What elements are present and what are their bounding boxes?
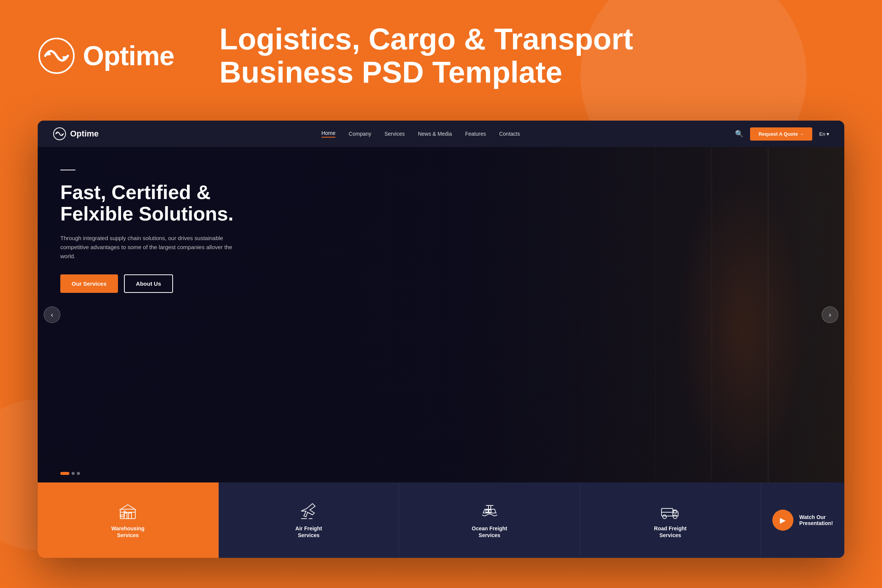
svg-point-18 <box>673 515 677 519</box>
navbar: Optime Home Company Services News & Medi… <box>38 121 844 147</box>
nav-link-services[interactable]: Services <box>384 131 405 137</box>
nav-logo-text: Optime <box>70 129 99 139</box>
svg-rect-2 <box>120 509 135 519</box>
dot-1[interactable] <box>60 472 69 475</box>
plane-icon <box>299 502 318 521</box>
hero-section: ‹ › Fast, Certified & Felxible Solutions… <box>38 147 844 482</box>
hero-content: Fast, Certified & Felxible Solutions. Th… <box>38 147 302 308</box>
nav-link-news[interactable]: News & Media <box>418 131 452 137</box>
nav-links: Home Company Services News & Media Featu… <box>118 130 724 138</box>
truck-icon <box>661 502 680 521</box>
svg-rect-11 <box>488 505 491 509</box>
our-services-button[interactable]: Our Services <box>60 274 118 293</box>
service-card-air-freight[interactable]: Air FreightServices <box>219 482 400 558</box>
service-label-air-freight: Air FreightServices <box>296 525 322 539</box>
nav-logo-icon <box>53 127 66 141</box>
dot-3[interactable] <box>77 472 80 475</box>
service-label-road-freight: Road FreightServices <box>654 525 686 539</box>
svg-rect-14 <box>489 510 491 512</box>
hero-description: Through integrated supply chain solution… <box>60 234 234 261</box>
dot-2[interactable] <box>72 472 75 475</box>
browser-mockup: Optime Home Company Services News & Medi… <box>38 121 844 558</box>
video-play-button[interactable]: ▶ <box>772 510 793 531</box>
about-us-button[interactable]: About Us <box>124 274 173 293</box>
hero-title: Fast, Certified & Felxible Solutions. <box>60 182 279 225</box>
nav-logo: Optime <box>53 127 99 141</box>
hero-divider <box>60 170 75 170</box>
service-card-road-freight[interactable]: Road FreightServices <box>580 482 761 558</box>
video-section: ▶ Watch Our Presentation! <box>761 482 844 558</box>
search-icon[interactable]: 🔍 <box>735 130 743 138</box>
service-card-ocean-freight[interactable]: Ocean FreightServices <box>399 482 580 558</box>
carousel-next-button[interactable]: › <box>822 306 838 323</box>
slider-dots <box>60 472 80 475</box>
nav-actions: 🔍 Request A Quote → En ▾ <box>735 127 829 141</box>
nav-link-home[interactable]: Home <box>322 130 335 138</box>
svg-rect-4 <box>129 513 132 519</box>
nav-link-features[interactable]: Features <box>465 131 486 137</box>
video-label: Watch Our Presentation! <box>799 514 833 526</box>
brand-logo-icon <box>38 37 75 75</box>
carousel-prev-button[interactable]: ‹ <box>44 306 60 323</box>
language-selector[interactable]: En ▾ <box>819 131 829 137</box>
warehouse-icon <box>118 502 137 521</box>
service-card-warehousing[interactable]: WarehousingServices <box>38 482 219 558</box>
svg-point-17 <box>663 515 666 519</box>
nav-link-contacts[interactable]: Contacts <box>499 131 520 137</box>
services-bar: WarehousingServices Air FreightServices … <box>38 482 844 558</box>
nav-link-company[interactable]: Company <box>349 131 371 137</box>
svg-rect-16 <box>674 511 677 513</box>
brand-tagline: Logistics, Cargo & Transport Business PS… <box>197 23 844 89</box>
svg-rect-13 <box>486 510 488 512</box>
ship-icon <box>480 502 499 521</box>
top-branding: Optime Logistics, Cargo & Transport Busi… <box>38 23 844 89</box>
brand-logo-area: Optime <box>38 37 174 75</box>
brand-name: Optime <box>83 40 174 71</box>
service-label-warehousing: WarehousingServices <box>111 525 144 539</box>
service-label-ocean-freight: Ocean FreightServices <box>472 525 507 539</box>
request-quote-button[interactable]: Request A Quote → <box>750 127 812 141</box>
hero-buttons: Our Services About Us <box>60 274 279 293</box>
